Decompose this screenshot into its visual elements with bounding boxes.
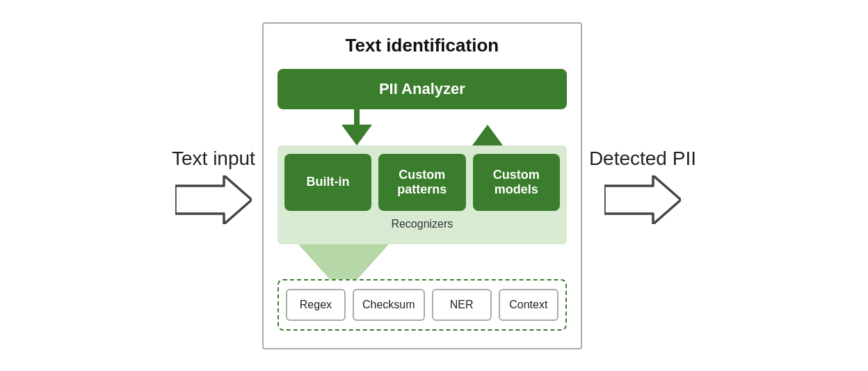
svg-marker-2	[604, 175, 681, 224]
recognizers-inner: Built-in Custom patterns Custom models	[284, 154, 560, 211]
recognizers-box: Built-in Custom patterns Custom models R…	[278, 145, 567, 244]
arrow-down-shaft	[341, 109, 372, 145]
validator-ner: NER	[432, 289, 492, 321]
pii-analyzer-box: PII Analyzer	[278, 69, 567, 109]
text-input-label: Text input	[172, 148, 255, 170]
validator-context: Context	[499, 289, 558, 321]
funnel-area	[278, 244, 567, 279]
detected-pii-section: Detected PII	[589, 148, 696, 224]
text-input-arrow	[175, 175, 252, 224]
recognizers-label: Recognizers	[284, 218, 560, 230]
arrow-up-head	[472, 125, 503, 145]
text-input-section: Text input	[172, 148, 255, 224]
arrows-row	[291, 109, 553, 145]
detected-pii-label: Detected PII	[589, 148, 696, 170]
validators-box: Regex Checksum NER Context	[278, 279, 567, 331]
recognizer-custom-patterns: Custom patterns	[378, 154, 465, 211]
v-shaft-down	[354, 109, 360, 125]
svg-marker-1	[298, 244, 389, 279]
validator-regex: Regex	[286, 289, 346, 321]
main-diagram-box: Text identification PII Analyzer Built-i…	[262, 22, 582, 349]
detected-pii-arrow	[604, 175, 681, 224]
recognizer-builtin: Built-in	[284, 154, 371, 211]
recognizer-custom-models: Custom models	[473, 154, 560, 211]
funnel-triangle-container	[298, 244, 389, 279]
validator-checksum: Checksum	[353, 289, 425, 321]
diagram-title: Text identification	[278, 35, 567, 56]
arrow-up-shaft	[472, 109, 503, 145]
svg-marker-0	[175, 175, 252, 224]
diagram-wrapper: Text input Text identification PII Analy…	[172, 22, 696, 349]
arrow-down-head	[341, 125, 372, 145]
